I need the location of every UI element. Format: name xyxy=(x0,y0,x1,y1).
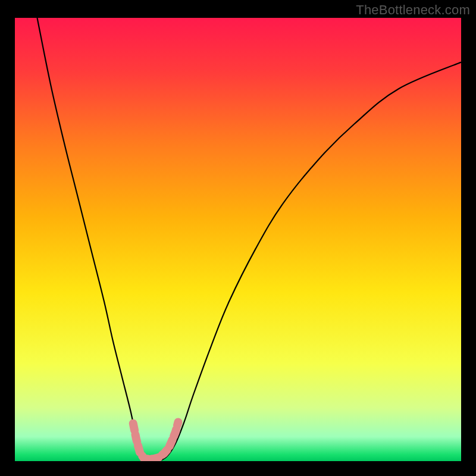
chart-svg xyxy=(15,18,461,461)
watermark-text: TheBottleneck.com xyxy=(356,2,470,18)
plot-area xyxy=(15,18,461,461)
gradient-background xyxy=(15,18,461,461)
chart-container: TheBottleneck.com xyxy=(0,0,476,476)
